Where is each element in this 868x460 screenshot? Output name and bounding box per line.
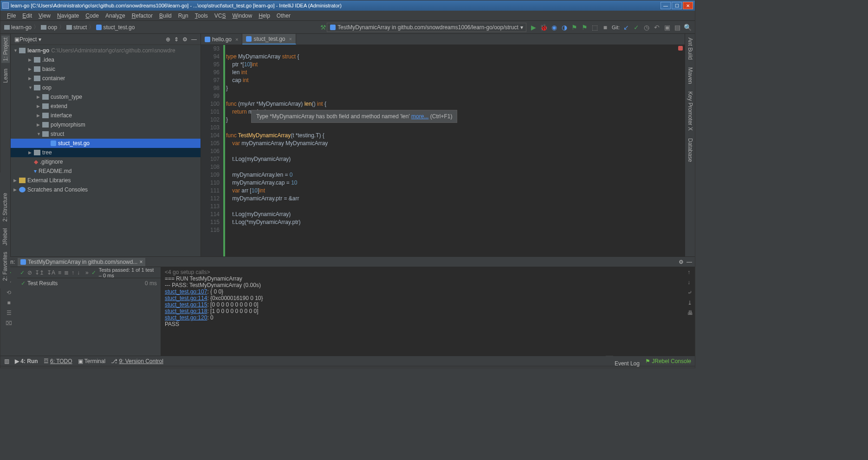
close-tab-icon[interactable]: × [289, 36, 292, 42]
menu-code[interactable]: Code [83, 12, 102, 20]
error-indicator[interactable] [678, 46, 683, 51]
collapse-icon[interactable]: ≣ [64, 269, 69, 276]
sort-icon[interactable]: ↧↥ [35, 269, 44, 276]
tree-item[interactable]: ▾README.md [11, 166, 201, 176]
stop-watch-icon[interactable]: ⊘ [27, 269, 32, 276]
tree-item[interactable]: ▶.idea [11, 55, 201, 64]
tree-item[interactable]: ▼oop [11, 83, 201, 92]
scroll-end-icon[interactable]: ⤓ [687, 300, 693, 306]
console-output[interactable]: <4 go setup calls>=== RUN TestMyDynamicA… [161, 267, 695, 356]
gear-icon[interactable]: ⚙ [182, 36, 188, 43]
projects-icon[interactable]: ▣ [663, 24, 671, 31]
tree-root[interactable]: learn-go [27, 47, 49, 54]
tab-stuct-test-go[interactable]: stuct_test.go× [242, 34, 296, 45]
tree-item[interactable]: ▶basic [11, 64, 201, 74]
menu-refactor[interactable]: Refactor [129, 12, 155, 20]
scroll-up-icon[interactable]: ↑ [687, 269, 693, 275]
tab-run[interactable]: ▶ 4: Run [15, 358, 38, 364]
tab-learn[interactable]: Learn [1, 67, 10, 85]
test-result-row[interactable]: ✓ Test Results 0 ms [17, 279, 161, 288]
tree-item[interactable]: ▶tree [11, 148, 201, 157]
sort-alpha-icon[interactable]: ↧A [47, 269, 55, 276]
jrebel-console[interactable]: ⚑ JRebel Console [645, 358, 691, 364]
tree-item[interactable]: stuct_test.go [11, 139, 201, 148]
exit-icon[interactable]: ⌧ [6, 320, 12, 326]
maximize-button[interactable]: ☐ [672, 2, 682, 9]
tab-structure[interactable]: 2: Structure [1, 191, 9, 224]
run-configuration-tab[interactable]: TestMyDynamicArray in github.com/snowd..… [18, 258, 145, 266]
tab-database[interactable]: Database [686, 136, 694, 164]
menu-tools[interactable]: Tools [192, 12, 211, 20]
jrebel-run-icon[interactable]: ⚑ [571, 24, 578, 31]
stop-icon[interactable]: ■ [7, 300, 10, 306]
history-icon[interactable]: ◷ [643, 24, 650, 31]
breadcrumb-item[interactable]: stuct_test.go [96, 24, 135, 31]
project-panel-title[interactable]: Project ▾ [19, 36, 166, 43]
background-tasks-icon[interactable]: ▢ [4, 368, 9, 369]
next-icon[interactable]: ↓ [77, 269, 80, 276]
check-icon[interactable]: ✓ [20, 269, 25, 276]
prev-icon[interactable]: ↑ [71, 269, 74, 276]
jrebel-debug-icon[interactable]: ⚑ [581, 24, 589, 31]
tree-external-libraries[interactable]: External Libraries [27, 177, 71, 184]
tab-favorites[interactable]: 2: Favorites [1, 250, 9, 283]
menu-edit[interactable]: Edit [19, 12, 35, 20]
tree-item[interactable]: ▶extend [11, 102, 201, 111]
run-config-selector[interactable]: TestMyDynamicArray in github.com/snowdre… [327, 23, 526, 32]
scroll-down-icon[interactable]: ↓ [687, 279, 693, 286]
tab-ant-build[interactable]: Ant Build [686, 36, 694, 62]
search-icon[interactable]: 🔍 [684, 24, 691, 31]
hide-panel-icon[interactable]: — [191, 36, 197, 43]
close-tab-icon[interactable]: × [139, 259, 143, 265]
locate-icon[interactable]: ⊕ [166, 36, 170, 43]
rerun-failed-icon[interactable]: ⟲ [6, 289, 11, 296]
tree-item[interactable]: ▶container [11, 74, 201, 83]
commit-icon[interactable]: ✓ [633, 24, 640, 31]
tree-scratches[interactable]: Scratches and Consoles [27, 186, 88, 193]
menu-vcs[interactable]: VCS [212, 12, 229, 20]
error-stripe[interactable] [679, 45, 684, 256]
revert-icon[interactable]: ↶ [653, 24, 661, 31]
stop-icon[interactable]: ■ [602, 24, 609, 31]
expand-all-icon[interactable]: ⇕ [174, 36, 179, 43]
more-link[interactable]: more... [411, 113, 428, 120]
expand-icon[interactable]: ≡ [58, 269, 61, 276]
tab-version-control[interactable]: ⎇ 9: Version Control [111, 358, 163, 364]
update-project-icon[interactable]: ↙ [622, 24, 630, 31]
git-branch[interactable]: Git: master ÷ [625, 368, 657, 369]
indent-info[interactable]: Tab* [609, 368, 620, 369]
soft-wrap-icon[interactable]: ⤶ [687, 289, 693, 296]
breadcrumb-item[interactable]: oop [41, 24, 57, 31]
menu-file[interactable]: File [4, 12, 19, 20]
tree-item[interactable]: ▶polymorphism [11, 120, 201, 129]
run-icon[interactable]: ▶ [530, 24, 538, 31]
tab-hello-go[interactable]: hello.go× [201, 34, 242, 45]
cursor-position[interactable]: 103:1 [546, 368, 560, 369]
svn-info[interactable]: ⬚ Svn: N/A [662, 368, 691, 369]
menu-analyze[interactable]: Analyze [103, 12, 128, 20]
gear-icon[interactable]: ⚙ [679, 259, 684, 265]
tab-todo[interactable]: ☲ 6: TODO [44, 358, 72, 364]
print-icon[interactable]: 🖶 [687, 310, 693, 316]
event-log[interactable]: Event Log [606, 355, 640, 367]
attach-icon[interactable]: ⬚ [591, 24, 599, 31]
breadcrumb-item[interactable]: learn-go [4, 24, 32, 31]
menu-run[interactable]: Run [175, 12, 191, 20]
menu-view[interactable]: View [36, 12, 53, 20]
menu-window[interactable]: Window [229, 12, 255, 20]
tree-item[interactable]: ▶interface [11, 111, 201, 120]
menu-other[interactable]: Other [274, 12, 293, 20]
menu-help[interactable]: Help [256, 12, 273, 20]
project-tree[interactable]: ▼learn-goC:\Users\Administrator\go\src\g… [11, 45, 201, 256]
close-tab-icon[interactable]: × [235, 37, 238, 42]
profile-icon[interactable]: ◑ [561, 24, 568, 31]
build-icon[interactable]: ⚒ [319, 24, 327, 31]
tree-item[interactable]: ▶custom_type [11, 92, 201, 102]
close-button[interactable]: ✕ [683, 2, 693, 9]
tab-jrebel[interactable]: JRebel [1, 226, 9, 247]
tab-maven[interactable]: Maven [686, 65, 694, 86]
breadcrumb-item[interactable]: struct [66, 24, 87, 31]
hide-panel-icon[interactable]: — [687, 259, 692, 265]
tree-item[interactable]: ◆.gitignore [11, 157, 201, 166]
debug-icon[interactable]: 🐞 [540, 24, 548, 31]
